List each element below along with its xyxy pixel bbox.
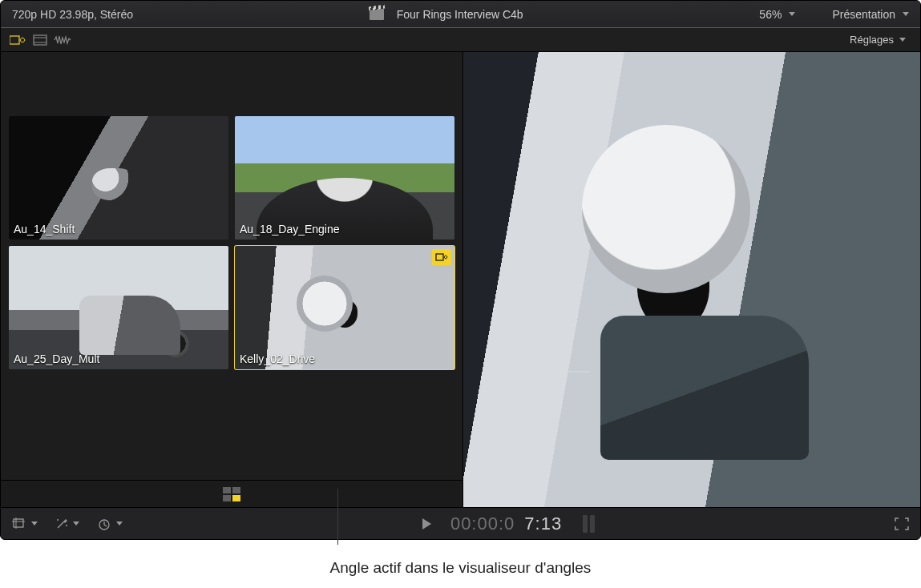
svg-rect-0 [10,36,19,44]
settings-label: Réglages [850,34,894,46]
transport-bar: 00:00:07:13 [1,507,920,539]
angle-viewer-toolbar: Réglages [1,28,920,52]
timecode-prefix: 00:00:0 [450,513,515,534]
viewer-top-bar: 720p HD 23.98p, Stéréo Four Rings Interv… [1,1,920,28]
audio-meter-icon[interactable] [583,515,595,533]
play-icon[interactable] [422,518,431,530]
angle-thumbnail-active[interactable]: Kelly_02_Drive [235,246,454,369]
presentation-label: Présentation [832,8,895,21]
svg-rect-1 [34,35,46,45]
timecode-display[interactable]: 00:00:07:13 [422,513,595,534]
angle-grid: Au_14_Shift Au_18_Day_Engine Au_25_Day_M… [1,52,463,480]
svg-rect-4 [436,254,443,260]
active-angle-badge-icon [432,249,451,265]
viewer-image-body [600,316,809,460]
app-window: 720p HD 23.98p, Stéréo Four Rings Interv… [0,0,921,540]
svg-rect-5 [14,519,23,527]
angle-label: Kelly_02_Drive [240,352,315,365]
zoom-value: 56% [759,8,782,21]
caption-text: Angle actif dans le visualiseur d'angles [0,559,921,577]
grid-layout-button[interactable] [223,487,240,501]
angle-thumbnail[interactable]: Au_25_Day_Mult [9,246,228,369]
retime-tool[interactable] [97,518,123,530]
thumbnail-image [235,246,454,369]
svg-point-9 [66,525,67,526]
timecode-current: 7:13 [524,513,562,534]
chevron-down-icon [73,522,79,526]
thumbnail-image [9,116,228,240]
main-viewer[interactable] [463,52,920,507]
zoom-menu[interactable]: 56% [759,8,795,21]
format-label: 720p HD 23.98p, Stéréo [12,8,133,21]
main-split: Au_14_Shift Au_18_Day_Engine Au_25_Day_M… [1,52,920,507]
chevron-down-icon [899,38,906,42]
angle-label: Au_18_Day_Engine [240,223,340,236]
presentation-menu[interactable]: Présentation [832,8,909,21]
thumbnail-image [235,116,454,240]
waveform-icon[interactable] [54,33,71,47]
angle-viewer-pane: Au_14_Shift Au_18_Day_Engine Au_25_Day_M… [1,52,463,507]
chevron-down-icon [903,12,909,16]
angle-thumbnail[interactable]: Au_18_Day_Engine [235,116,454,240]
chevron-down-icon [116,522,123,526]
enhance-tool[interactable] [55,518,79,530]
clapperboard-icon [370,9,384,20]
angle-label: Au_14_Shift [14,223,75,236]
fullscreen-button[interactable] [895,518,909,530]
clip-title: Four Rings Interview C4b [397,8,523,21]
safe-zone-marker [535,276,590,373]
annotation-callout: Angle actif dans le visualiseur d'angles [0,538,921,588]
chevron-down-icon [31,522,38,526]
thumbnail-image [9,246,228,369]
settings-menu[interactable]: Réglages [850,34,906,46]
crop-tool[interactable] [12,518,38,530]
angle-grid-footer [1,480,463,507]
callout-line [337,489,338,545]
filmstrip-audio-icon[interactable] [9,33,26,47]
angle-label: Au_25_Day_Mult [14,352,99,365]
filmstrip-icon[interactable] [31,33,49,47]
angle-thumbnail[interactable]: Au_14_Shift [9,116,228,240]
chevron-down-icon [789,12,795,16]
svg-point-8 [57,519,59,521]
